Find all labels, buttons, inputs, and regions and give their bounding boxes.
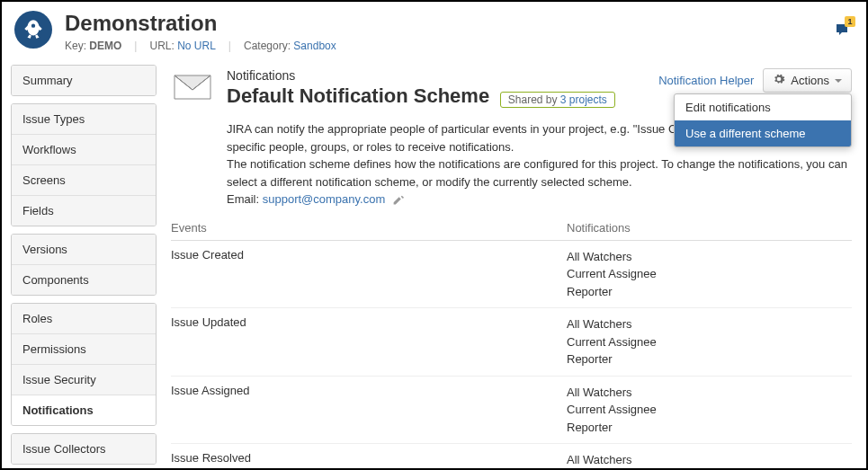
sidebar-item-notifications[interactable]: Notifications <box>12 395 157 425</box>
chevron-down-icon <box>835 79 842 83</box>
sidebar-item-roles[interactable]: Roles <box>12 304 156 334</box>
table-row: Issue Assigned All WatchersCurrent Assig… <box>171 377 852 445</box>
sidebar-item-issue-security[interactable]: Issue Security <box>12 365 156 395</box>
gear-icon <box>773 73 785 88</box>
shared-badge: Shared by 3 projects <box>500 92 615 108</box>
table-row: Issue Updated All WatchersCurrent Assign… <box>171 308 852 377</box>
mail-icon <box>171 68 214 107</box>
actions-button[interactable]: Actions <box>763 68 852 93</box>
messages-indicator[interactable]: 1 <box>834 22 850 38</box>
table-row: Issue Resolved All WatchersCurrent Assig… <box>171 444 852 470</box>
pencil-icon <box>392 194 404 206</box>
sidebar-item-fields[interactable]: Fields <box>12 196 156 226</box>
menu-edit-notifications[interactable]: Edit notifications <box>675 94 851 120</box>
sidebar: Summary Issue Types Workflows Screens Fi… <box>2 59 157 470</box>
events-table: Events Notifications Issue Created All W… <box>171 216 852 471</box>
sidebar-item-summary[interactable]: Summary <box>12 66 156 95</box>
sidebar-item-screens[interactable]: Screens <box>12 165 156 196</box>
menu-use-different-scheme[interactable]: Use a different scheme <box>675 120 851 146</box>
project-meta: Key: DEMO | URL: No URL | Category: Sand… <box>65 40 336 52</box>
email-link[interactable]: support@company.com <box>263 192 386 206</box>
notification-helper-link[interactable]: Notification Helper <box>658 74 754 87</box>
category-link[interactable]: Sandbox <box>293 40 336 52</box>
sidebar-item-components[interactable]: Components <box>12 265 156 295</box>
th-events: Events <box>171 221 567 235</box>
sidebar-item-issue-types[interactable]: Issue Types <box>12 104 156 135</box>
messages-badge: 1 <box>845 16 855 27</box>
table-row: Issue Created All WatchersCurrent Assign… <box>171 241 852 309</box>
sidebar-item-issue-collectors[interactable]: Issue Collectors <box>12 434 156 464</box>
sidebar-item-workflows[interactable]: Workflows <box>12 135 156 165</box>
page-title: Default Notification Scheme <box>227 84 489 107</box>
main-content: Notifications Default Notification Schem… <box>157 59 866 470</box>
sidebar-item-versions[interactable]: Versions <box>12 235 156 265</box>
th-notifications: Notifications <box>567 221 852 235</box>
edit-email-button[interactable] <box>389 192 404 206</box>
header: Demonstration Key: DEMO | URL: No URL | … <box>2 2 866 59</box>
shared-projects-link[interactable]: 3 projects <box>560 93 607 106</box>
rocket-icon <box>22 18 45 41</box>
project-logo <box>14 11 52 49</box>
sidebar-item-permissions[interactable]: Permissions <box>12 334 156 365</box>
actions-dropdown: Edit notifications Use a different schem… <box>674 93 852 147</box>
url-link[interactable]: No URL <box>177 40 216 52</box>
project-title: Demonstration <box>65 11 336 36</box>
